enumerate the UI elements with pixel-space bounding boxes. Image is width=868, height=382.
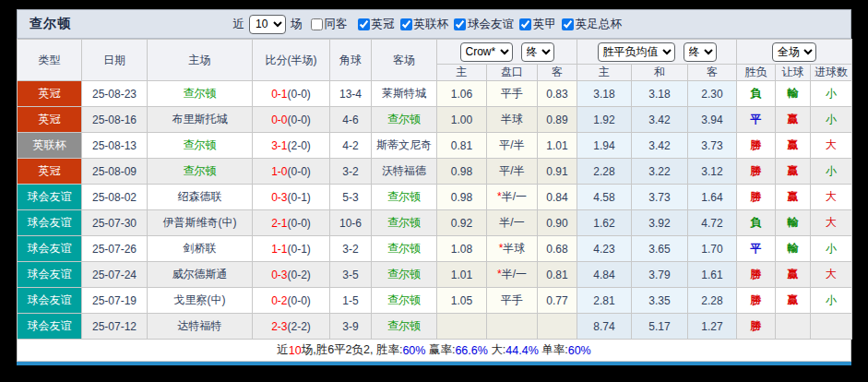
avg-draw: 3.42 <box>632 107 688 133</box>
away-team[interactable]: 查尔顿 <box>372 262 437 288</box>
away-team[interactable]: 查尔顿 <box>372 314 437 340</box>
league-checkbox-2[interactable]: 球会友谊 <box>454 17 514 32</box>
summary-segment: 场,胜6平2负2, 胜率: <box>302 342 403 358</box>
handicap-result <box>776 314 811 340</box>
home-team[interactable]: 查尔顿 <box>148 81 253 107</box>
avg-away: 1.64 <box>688 185 737 210</box>
goals-result: 小 <box>811 107 852 133</box>
home-team[interactable]: 威尔德斯通 <box>148 262 253 288</box>
col-header-outcome: 胜负 <box>737 65 776 81</box>
summary-bar: 近10场,胜6平2负2, 胜率:60% 赢率:66.6% 大:44.4% 单率:… <box>17 340 851 362</box>
avg-draw: 3.73 <box>632 185 688 210</box>
col-header-away: 客场 <box>372 40 437 81</box>
corner-score: 4-2 <box>330 133 372 159</box>
away-team[interactable]: 查尔顿 <box>372 185 437 210</box>
score[interactable]: 1-1(0-1) <box>253 236 330 262</box>
odds-home <box>437 314 487 340</box>
handicap: 平手 <box>487 81 538 107</box>
league-checkbox-4[interactable]: 英足总杯 <box>562 17 622 32</box>
odds-away: 0.89 <box>538 107 577 133</box>
league-checkbox-input[interactable] <box>454 18 466 30</box>
col-header-avg-draw: 和 <box>632 65 688 81</box>
home-team[interactable]: 达特福特 <box>148 314 253 340</box>
away-team[interactable]: 莱斯特城 <box>372 81 437 107</box>
score[interactable]: 0-2(0-0) <box>253 288 330 314</box>
home-team[interactable]: 伊普斯维奇(中) <box>148 210 253 236</box>
corner-score: 10-6 <box>330 210 372 236</box>
league-checkbox-1[interactable]: 英联杯 <box>400 17 449 32</box>
away-team[interactable]: 斯蒂文尼奇 <box>372 133 437 159</box>
league-checkbox-input[interactable] <box>562 18 574 30</box>
full-time-score: 0-3 <box>271 191 287 204</box>
same-away-checkbox-label[interactable]: 同客 <box>311 17 348 32</box>
score[interactable]: 3-1(2-0) <box>253 133 330 159</box>
home-team[interactable]: 绍森德联 <box>148 185 253 210</box>
home-team[interactable]: 剑桥联 <box>148 236 253 262</box>
league-checkbox-0[interactable]: 英冠 <box>358 17 395 32</box>
match-date: 25-08-02 <box>82 185 148 210</box>
odds-away: 0.91 <box>538 159 577 185</box>
avg-home: 2.28 <box>577 159 632 185</box>
summary-segment: 大: <box>488 342 505 358</box>
away-team[interactable]: 查尔顿 <box>372 210 437 236</box>
type-badge: 球会友谊 <box>18 210 82 236</box>
type-badge: 球会友谊 <box>18 236 82 262</box>
corner-score: 4-6 <box>330 107 372 133</box>
home-team[interactable]: 查尔顿 <box>148 133 253 159</box>
home-team[interactable]: 戈里察(中) <box>148 288 253 314</box>
avg-draw: 3.18 <box>632 81 688 107</box>
league-checkbox-input[interactable] <box>400 18 412 30</box>
handicap-result: 輸 <box>776 210 811 236</box>
goals-result: 大 <box>811 262 852 288</box>
score[interactable]: 0-3(0-2) <box>253 262 330 288</box>
col-header-type: 类型 <box>18 40 82 81</box>
score[interactable]: 0-0(0-0) <box>253 107 330 133</box>
avg-odds-select[interactable]: 胜平负均值 <box>598 42 675 62</box>
corner-score: 3-5 <box>330 262 372 288</box>
scope-select-cell: 全场 <box>737 40 852 65</box>
home-team[interactable]: 查尔顿 <box>148 159 253 185</box>
bookmaker-state-select[interactable]: 终 <box>521 42 554 62</box>
home-team[interactable]: 布里斯托城 <box>148 107 253 133</box>
outcome: 勝 <box>737 159 776 185</box>
avg-draw: 3.65 <box>632 236 688 262</box>
full-time-score: 0-3 <box>271 269 287 281</box>
bookmaker-select[interactable]: Crow* <box>460 42 513 62</box>
score[interactable]: 2-1(0-0) <box>253 210 330 236</box>
col-header-score: 比分(半场) <box>253 40 330 81</box>
match-count-select[interactable]: 10 <box>249 15 286 34</box>
odds-away: 0.90 <box>538 210 577 236</box>
matches-label: 场 <box>291 17 303 32</box>
avg-state-select[interactable]: 终 <box>684 42 717 62</box>
away-team[interactable]: 查尔顿 <box>372 107 437 133</box>
avg-home: 8.74 <box>577 314 632 340</box>
odds-away: 0.81 <box>538 262 577 288</box>
near-label: 近 <box>233 17 245 32</box>
full-time-score: 0-1 <box>271 88 287 101</box>
league-checkbox-3[interactable]: 英甲 <box>519 17 556 32</box>
half-time-score: (0-0) <box>288 294 311 307</box>
away-team[interactable]: 沃特福德 <box>372 159 437 185</box>
league-checkbox-input[interactable] <box>519 18 531 30</box>
half-time-score: (0-1) <box>288 191 311 204</box>
handicap-star: * <box>499 242 504 255</box>
avg-select-cell: 胜平负均值 终 <box>577 40 737 65</box>
outcome: 勝 <box>737 185 776 210</box>
league-checkbox-input[interactable] <box>358 18 370 30</box>
col-header-goals: 进球数 <box>811 65 852 81</box>
score[interactable]: 0-1(0-0) <box>253 81 330 107</box>
score[interactable]: 0-3(0-1) <box>253 185 330 210</box>
away-team[interactable]: 查尔顿 <box>372 288 437 314</box>
handicap-star: * <box>497 268 502 281</box>
scope-select[interactable]: 全场 <box>772 42 816 62</box>
score[interactable]: 2-3(2-2) <box>253 314 330 340</box>
handicap: 平手 <box>487 288 538 314</box>
score[interactable]: 1-0(0-0) <box>253 159 330 185</box>
avg-home: 4.84 <box>577 262 632 288</box>
away-team[interactable]: 查尔顿 <box>372 236 437 262</box>
handicap-result: 贏 <box>776 288 811 314</box>
table-row: 球会友谊25-07-24威尔德斯通0-3(0-2)3-5查尔顿1.01*半/一0… <box>18 262 852 288</box>
goals-result: 小 <box>811 159 852 185</box>
same-away-checkbox[interactable] <box>311 18 323 30</box>
handicap: 半/一 <box>487 210 538 236</box>
